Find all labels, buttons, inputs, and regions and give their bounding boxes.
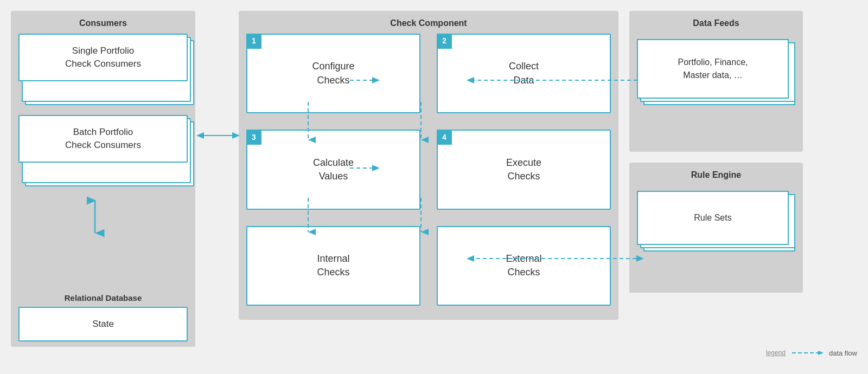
- data-feeds-title: Data Feeds: [637, 18, 795, 28]
- external-checks-label: ExternalChecks: [506, 252, 541, 279]
- check-grid: 1 ConfigureChecks 2 CollectData 3 Calcul…: [246, 34, 611, 306]
- calculate-values-box: 3 CalculateValues: [246, 130, 420, 209]
- calculate-values-label: CalculateValues: [313, 156, 354, 183]
- configure-checks-label: ConfigureChecks: [312, 60, 354, 87]
- svg-marker-1: [818, 351, 824, 355]
- rule-engine-title: Rule Engine: [637, 170, 795, 180]
- single-portfolio-card: Single PortfolioCheck Consumers: [18, 34, 188, 99]
- legend-arrow-icon: [792, 348, 825, 358]
- data-feeds-panel: Data Feeds Portfolio, Finance,Master dat…: [629, 11, 803, 152]
- configure-checks-box: 1 ConfigureChecks: [246, 34, 420, 113]
- consumers-panel: Consumers Single PortfolioCheck Consumer…: [11, 11, 195, 347]
- execute-checks-box: 4 ExecuteChecks: [437, 130, 611, 209]
- batch-portfolio-label: Batch PortfolioCheck Consumers: [18, 115, 188, 163]
- data-feeds-content: Portfolio, Finance,Master data, …: [678, 56, 748, 82]
- rule-sets-label: Rule Sets: [694, 213, 731, 223]
- diagram-container: Consumers Single PortfolioCheck Consumer…: [0, 0, 868, 374]
- state-card: State: [18, 307, 188, 341]
- batch-portfolio-card: Batch PortfolioCheck Consumers: [18, 115, 188, 180]
- consumers-title: Consumers: [18, 18, 188, 28]
- legend: legend data flow: [766, 348, 857, 358]
- check-component-panel: Check Component 1 ConfigureChecks 2 Coll…: [239, 11, 618, 320]
- external-checks-box: ExternalChecks: [437, 226, 611, 306]
- step-4-badge: 4: [437, 130, 452, 145]
- step-1-badge: 1: [246, 34, 261, 49]
- legend-title: legend: [766, 349, 786, 357]
- check-component-title: Check Component: [246, 18, 611, 28]
- execute-checks-label: ExecuteChecks: [506, 156, 541, 183]
- db-title: Relational Database: [18, 293, 188, 302]
- step-2-badge: 2: [437, 34, 452, 49]
- right-side: Data Feeds Portfolio, Finance,Master dat…: [629, 11, 803, 293]
- internal-checks-label: InternalChecks: [317, 252, 349, 279]
- rule-engine-panel: Rule Engine Rule Sets: [629, 163, 803, 293]
- collect-data-box: 2 CollectData: [437, 34, 611, 113]
- internal-checks-box: InternalChecks: [246, 226, 420, 306]
- state-label: State: [92, 319, 114, 329]
- single-portfolio-label: Single PortfolioCheck Consumers: [18, 34, 188, 81]
- collect-data-label: CollectData: [509, 60, 539, 87]
- legend-data-flow: data flow: [829, 349, 857, 357]
- relational-db-section: Relational Database State: [18, 293, 188, 341]
- step-3-badge: 3: [246, 130, 261, 145]
